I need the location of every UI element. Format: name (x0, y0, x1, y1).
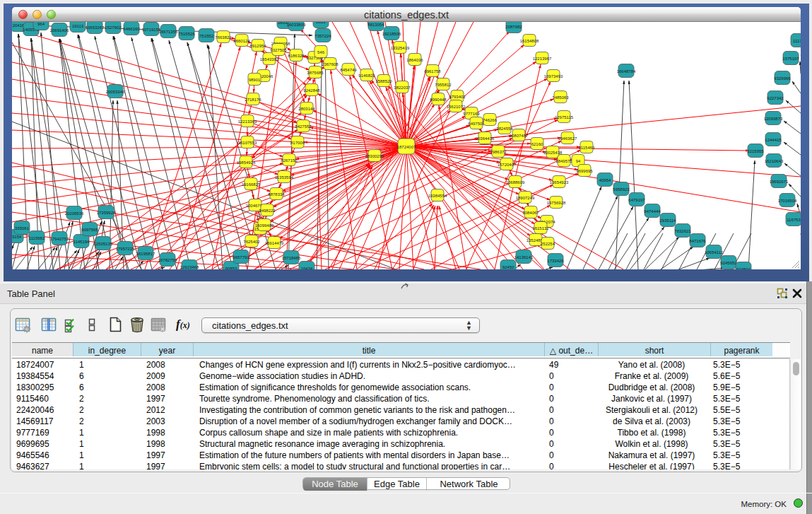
svg-text:8186328: 8186328 (288, 54, 305, 58)
svg-text:9777169: 9777169 (463, 112, 480, 116)
svg-text:98901: 98901 (249, 78, 261, 82)
svg-text:12093873: 12093873 (764, 117, 783, 121)
svg-text:19384554: 19384554 (428, 194, 447, 198)
svg-text:1575107: 1575107 (782, 57, 799, 61)
svg-text:92450: 92450 (502, 265, 514, 269)
svg-text:8912954: 8912954 (249, 44, 266, 48)
svg-text:7357224: 7357224 (314, 34, 331, 38)
svg-text:11174: 11174 (793, 39, 801, 43)
svg-text:6466160: 6466160 (123, 27, 140, 31)
svg-text:12213967: 12213967 (533, 57, 552, 61)
svg-text:1244415: 1244415 (765, 138, 782, 142)
svg-text:1864036: 1864036 (406, 58, 423, 62)
svg-text:16543382: 16543382 (260, 57, 279, 62)
svg-text:10973493: 10973493 (544, 74, 563, 78)
svg-text:1615132: 1615132 (532, 226, 549, 230)
svg-text:9329966: 9329966 (774, 76, 791, 81)
svg-text:16033809: 16033809 (287, 23, 306, 27)
svg-text:94: 94 (576, 159, 581, 163)
svg-text:15720407: 15720407 (498, 163, 517, 167)
svg-text:10807487: 10807487 (510, 134, 529, 138)
svg-text:9097565: 9097565 (81, 228, 98, 232)
svg-text:16671355: 16671355 (159, 30, 178, 34)
svg-text:7485063: 7485063 (552, 95, 569, 100)
svg-text:15718485: 15718485 (282, 256, 301, 260)
svg-text:2803144: 2803144 (298, 107, 315, 111)
svg-text:19113: 19113 (72, 24, 84, 28)
svg-text:2935114: 2935114 (660, 218, 677, 223)
svg-text:20364436: 20364436 (476, 136, 495, 141)
svg-text:19854924: 19854924 (237, 160, 256, 165)
svg-text:17359928: 17359928 (97, 211, 116, 215)
svg-text:8471676: 8471676 (689, 239, 706, 243)
svg-text:12213369: 12213369 (238, 119, 257, 124)
svg-text:9327505: 9327505 (270, 48, 287, 52)
svg-text:18724007: 18724007 (397, 145, 416, 149)
svg-text:1145194: 1145194 (73, 240, 90, 244)
svg-text:7625402: 7625402 (243, 240, 260, 244)
svg-text:8660124: 8660124 (233, 39, 250, 43)
svg-text:7955812: 7955812 (435, 83, 452, 87)
svg-text:1527602: 1527602 (105, 25, 122, 30)
svg-text:19692971: 19692971 (770, 180, 789, 184)
svg-text:335061: 335061 (15, 226, 30, 230)
svg-text:746266: 746266 (483, 118, 498, 122)
svg-text:90853: 90853 (225, 267, 237, 270)
svg-text:12975115: 12975115 (555, 115, 574, 119)
svg-text:16195817: 16195817 (136, 252, 155, 256)
svg-text:2087682: 2087682 (505, 25, 522, 29)
svg-text:7986372: 7986372 (490, 150, 507, 154)
svg-text:10653267: 10653267 (86, 25, 105, 30)
svg-text:16914479: 16914479 (265, 241, 284, 245)
svg-text:18300295: 18300295 (365, 154, 384, 158)
svg-text:12505135: 12505135 (94, 242, 113, 246)
svg-text:5958923: 5958923 (613, 187, 630, 192)
svg-text:20053346: 20053346 (106, 90, 125, 94)
svg-text:19166825: 19166825 (242, 182, 261, 187)
svg-text:20206536: 20206536 (65, 211, 84, 216)
svg-text:17957225: 17957225 (116, 247, 135, 251)
svg-text:9245652: 9245652 (720, 261, 737, 265)
svg-text:8427552: 8427552 (295, 124, 312, 129)
svg-text:9146821: 9146821 (358, 74, 375, 78)
svg-text:1849575: 1849575 (555, 159, 572, 163)
svg-text:8813054: 8813054 (367, 23, 384, 27)
svg-text:252254: 252254 (541, 242, 555, 246)
svg-text:7663822: 7663822 (215, 35, 232, 40)
svg-text:16210643: 16210643 (765, 159, 784, 163)
svg-text:14136141: 14136141 (514, 255, 534, 259)
svg-text:10654112: 10654112 (705, 250, 724, 255)
svg-text:7632621: 7632621 (674, 229, 691, 233)
svg-text:1588520: 1588520 (375, 79, 392, 83)
svg-text:6961758: 6961758 (424, 69, 441, 74)
svg-text:1115682: 1115682 (29, 236, 45, 240)
svg-text:16154808: 16154808 (520, 39, 539, 43)
svg-text:8878334: 8878334 (268, 192, 285, 197)
svg-text:17016504: 17016504 (778, 199, 797, 203)
svg-text:9474444: 9474444 (644, 209, 661, 214)
svg-text:6793402: 6793402 (449, 95, 466, 99)
svg-text:8454749: 8454749 (340, 68, 357, 72)
svg-text:13325419: 13325419 (391, 46, 410, 50)
svg-text:2718176: 2718176 (245, 98, 261, 102)
svg-text:9657791: 9657791 (233, 255, 249, 259)
svg-text:8990448: 8990448 (430, 98, 447, 102)
svg-text:3824554: 3824554 (496, 127, 513, 131)
svg-text:964: 964 (37, 22, 45, 26)
svg-text:751552: 751552 (199, 34, 214, 38)
svg-text:18907249: 18907249 (516, 196, 535, 200)
svg-text:9699695: 9699695 (576, 169, 593, 173)
svg-text:13654923: 13654923 (550, 180, 569, 185)
svg-text:33154: 33154 (12, 235, 22, 239)
svg-text:40954: 40954 (599, 178, 611, 182)
svg-text:10025438: 10025438 (543, 151, 563, 155)
svg-text:3498222: 3498222 (259, 209, 276, 213)
svg-text:3875685: 3875685 (307, 71, 324, 75)
svg-text:9242848: 9242848 (303, 88, 320, 93)
svg-text:546: 546 (317, 50, 325, 54)
svg-text:3084067: 3084067 (522, 211, 539, 215)
svg-text:2367608: 2367608 (322, 62, 339, 66)
svg-text:16434: 16434 (301, 267, 313, 270)
svg-text:16099489: 16099489 (255, 223, 274, 228)
svg-text:9115460: 9115460 (579, 146, 596, 150)
